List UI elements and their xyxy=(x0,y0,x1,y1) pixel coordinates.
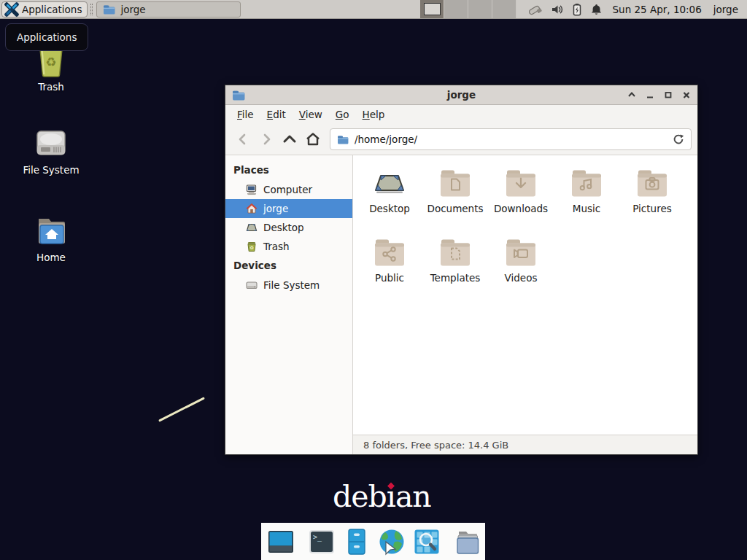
applications-tooltip: Applications xyxy=(5,23,88,51)
file-item-label: Templates xyxy=(430,272,481,284)
desktop-icon-label: Home xyxy=(16,252,86,263)
desktop-icon-home[interactable]: Home xyxy=(16,213,86,263)
applications-tooltip-text: Applications xyxy=(17,31,77,43)
sidebar-item-label: jorge xyxy=(263,203,288,214)
forward-button[interactable] xyxy=(255,128,278,151)
file-manager-icon xyxy=(342,527,371,556)
wordmark-i-with-diamond: ı xyxy=(387,479,395,514)
desktop-icon-file-system[interactable]: File System xyxy=(16,125,86,176)
close-button[interactable] xyxy=(682,90,691,99)
applications-menu-label: Applications xyxy=(22,4,82,15)
menu-file[interactable]: File xyxy=(231,106,260,122)
path-folder-icon xyxy=(337,135,349,144)
panel-grip-handle[interactable] xyxy=(90,4,93,15)
terminal-button[interactable]: >_ xyxy=(307,527,336,556)
file-item-public[interactable]: Public xyxy=(357,236,422,305)
file-item-desktop[interactable]: Desktop xyxy=(357,166,422,236)
app-finder-button[interactable] xyxy=(412,527,441,556)
desktop-icon-label: File System xyxy=(16,164,86,176)
back-button[interactable] xyxy=(231,128,255,151)
file-item-label: Music xyxy=(573,203,600,214)
battery-icon[interactable] xyxy=(572,3,582,16)
desktop-icon-label: Trash xyxy=(16,81,86,93)
menu-edit[interactable]: Edit xyxy=(260,106,293,122)
maximize-button[interactable] xyxy=(664,90,673,99)
music-folder-icon xyxy=(569,166,604,201)
sidebar-item-label: Computer xyxy=(263,184,312,195)
path-bar[interactable]: /home/jorge/ xyxy=(330,128,692,150)
desktop-folder-icon xyxy=(372,166,407,201)
sidebar-item-label: Desktop xyxy=(263,222,304,233)
sidebar-item-computer[interactable]: Computer xyxy=(225,180,352,199)
user-action-button[interactable]: jorge xyxy=(713,4,738,15)
file-item-downloads[interactable]: Downloads xyxy=(488,166,554,236)
sidebar-item-file-system[interactable]: File System xyxy=(225,276,352,295)
status-bar: 8 folders, Free space: 14.4 GiB xyxy=(353,435,697,454)
file-item-label: Public xyxy=(375,272,404,284)
window-controls xyxy=(627,90,691,99)
window-titlebar[interactable]: jorge xyxy=(225,85,697,105)
reload-icon[interactable] xyxy=(673,133,684,145)
path-text[interactable]: /home/jorge/ xyxy=(355,133,417,145)
window-folder-icon xyxy=(232,90,245,101)
wordmark-part: an xyxy=(395,479,431,514)
sidebar-item-trash[interactable]: ♻ Trash xyxy=(225,237,352,256)
workspace-1[interactable] xyxy=(420,0,444,18)
file-view-pane: Desktop Documents xyxy=(353,155,697,454)
panel-right-group: Sun 25 Apr, 10:06 jorge xyxy=(420,0,747,19)
volume-icon[interactable] xyxy=(551,3,564,16)
file-item-documents[interactable]: Documents xyxy=(422,166,488,236)
menu-view[interactable]: View xyxy=(293,106,329,122)
applications-menu-button[interactable]: Applications xyxy=(1,1,88,18)
minimize-button[interactable] xyxy=(646,90,654,99)
file-grid: Desktop Documents xyxy=(353,155,697,435)
file-item-videos[interactable]: Videos xyxy=(488,236,554,305)
menu-help[interactable]: Help xyxy=(356,106,392,122)
file-manager-button[interactable] xyxy=(342,527,371,556)
directory-menu-button[interactable] xyxy=(453,527,482,556)
sidebar-item-jorge[interactable]: jorge xyxy=(225,199,352,218)
file-item-music[interactable]: Music xyxy=(554,166,619,236)
file-item-templates[interactable]: Templates xyxy=(422,236,488,305)
file-item-label: Downloads xyxy=(494,203,548,214)
taskbar-window-button[interactable]: jorge xyxy=(96,1,241,18)
desktop-root: { "colors": { "selection_blue": "#4a8bd4… xyxy=(0,0,747,560)
web-browser-icon xyxy=(377,527,406,556)
terminal-icon: >_ xyxy=(307,527,336,556)
file-item-label: Pictures xyxy=(632,203,671,214)
filesystem-drive-icon xyxy=(16,125,86,160)
file-item-label: Desktop xyxy=(369,203,410,214)
user-home-icon xyxy=(246,203,258,214)
up-button[interactable] xyxy=(278,128,301,151)
home-folder-icon xyxy=(16,213,86,248)
web-browser-button[interactable] xyxy=(377,527,406,556)
stray-paint-artifact xyxy=(158,397,205,421)
file-item-pictures[interactable]: Pictures xyxy=(619,166,685,236)
shade-button[interactable] xyxy=(627,90,636,99)
workspace-3[interactable] xyxy=(468,0,492,18)
workspace-2[interactable] xyxy=(444,0,468,18)
input-device-icon[interactable] xyxy=(528,3,543,16)
show-desktop-button[interactable] xyxy=(266,527,295,556)
show-desktop-icon xyxy=(266,527,295,556)
user-desktop-icon xyxy=(246,222,258,233)
file-item-label: Documents xyxy=(427,203,484,214)
home-button[interactable] xyxy=(301,128,325,151)
workspace-switcher xyxy=(420,0,516,18)
trash-icon: ♻ xyxy=(246,241,258,252)
videos-folder-icon xyxy=(503,236,538,270)
file-manager-window: jorge File Edit View Go Help xyxy=(225,85,698,455)
app-finder-icon xyxy=(412,527,441,556)
wordmark-part: deb xyxy=(333,479,387,514)
notifications-icon[interactable] xyxy=(590,3,603,16)
workspace-4[interactable] xyxy=(492,0,516,18)
taskbar-window-label: jorge xyxy=(120,4,145,15)
directory-menu-icon xyxy=(453,527,482,556)
drive-icon xyxy=(246,279,258,291)
toolbar: /home/jorge/ xyxy=(225,124,697,155)
folder-icon xyxy=(103,4,115,15)
menu-go[interactable]: Go xyxy=(329,106,356,122)
clock[interactable]: Sun 25 Apr, 10:06 xyxy=(613,4,702,15)
window-content: Places Computer xyxy=(225,155,697,454)
sidebar-item-desktop[interactable]: Desktop xyxy=(225,218,352,237)
